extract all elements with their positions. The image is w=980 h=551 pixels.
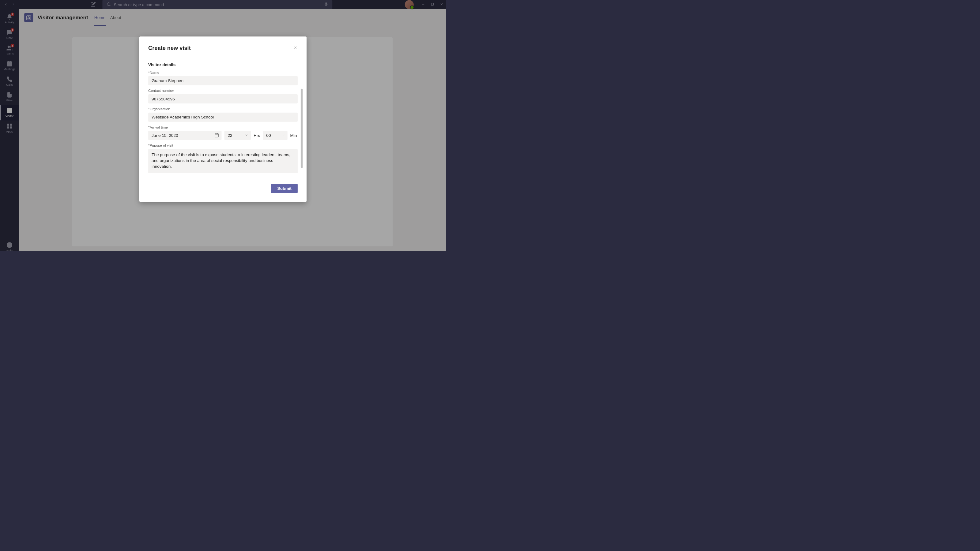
date-input[interactable] (148, 131, 221, 140)
purpose-label: *Pupose of visit (148, 143, 298, 148)
modal-title: Create new visit (148, 45, 191, 51)
name-label: *Name (148, 70, 298, 75)
name-input[interactable] (148, 76, 298, 85)
purpose-textarea[interactable] (148, 149, 298, 173)
calendar-icon[interactable] (215, 133, 219, 138)
svg-rect-24 (215, 133, 219, 137)
org-label: *Organization (148, 107, 298, 111)
contact-label: Contact number (148, 89, 298, 93)
hours-label: Hrs (254, 133, 260, 138)
minutes-label: Min (290, 133, 297, 138)
arrival-label: *Arrival time (148, 125, 298, 130)
close-button[interactable] (293, 46, 298, 51)
org-input[interactable] (148, 113, 298, 122)
form-scrollbar[interactable] (301, 89, 302, 168)
minutes-select[interactable] (263, 131, 287, 140)
hours-select[interactable] (224, 131, 251, 140)
contact-input[interactable] (148, 94, 298, 103)
create-visit-modal: Create new visit Visitor details *Name C… (139, 37, 307, 202)
section-title: Visitor details (148, 62, 298, 67)
submit-button[interactable]: Submit (271, 184, 298, 193)
